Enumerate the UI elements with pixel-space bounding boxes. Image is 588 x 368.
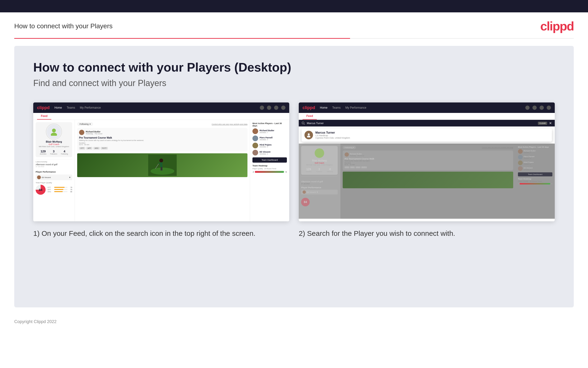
left-panel-1: Blair McHarg Golf Coach Mill Ride Golf C… xyxy=(33,120,75,221)
search-bar: Marcus Turner CLEAR ✕ xyxy=(299,120,555,127)
profile-name: Blair McHarg xyxy=(38,140,70,143)
tag-arg: ARG xyxy=(93,147,100,149)
activity-image xyxy=(77,153,247,177)
player-performance-section: Player Performance Eli Vincent ▼ Total P… xyxy=(36,171,72,195)
search-icon[interactable] xyxy=(260,106,264,110)
golfer-image xyxy=(148,155,177,176)
user-icon[interactable] xyxy=(267,106,271,110)
player-dropdown-avatar xyxy=(37,175,41,179)
tab-feed[interactable]: Feed xyxy=(37,113,51,120)
app-body-1: Blair McHarg Golf Coach Mill Ride Golf C… xyxy=(33,120,289,221)
header: How to connect with your Players clippd xyxy=(0,12,588,38)
active-player-3: Hiral Pujara Activities: 3 xyxy=(253,143,287,148)
user-icon-2[interactable] xyxy=(532,106,537,110)
activity-avatar xyxy=(79,130,84,135)
svg-rect-8 xyxy=(161,167,162,170)
active-player-1: Richard Butler Activities: 7 xyxy=(253,128,287,134)
search-overlay-container: Marcus Turner CLEAR ✕ xyxy=(299,120,555,219)
app-nav-icons xyxy=(260,106,285,110)
nav-teams-2[interactable]: Teams xyxy=(332,106,341,109)
main-title: How to connect with your Players (Deskto… xyxy=(33,60,555,74)
search-result-info: Marcus Turner 1.5 Handicap Cypress Point… xyxy=(315,131,350,139)
tag-app: APP xyxy=(86,147,92,149)
search-result-name: Marcus Turner xyxy=(315,131,350,134)
page-title: How to connect with your Players xyxy=(14,22,113,30)
search-result-avatar xyxy=(304,131,313,139)
active-player-2: Piers Parnell Activities: 4 xyxy=(253,136,287,141)
tab-bar: Feed xyxy=(33,113,289,120)
search-result-item[interactable]: Marcus Turner 1.5 Handicap Cypress Point… xyxy=(304,131,549,139)
following-header: Following ▾ Control who can see your act… xyxy=(77,122,247,126)
player-avatar-3 xyxy=(253,143,258,148)
main-subtitle: Find and connect with your Players xyxy=(33,78,555,88)
profile-card: Blair McHarg Golf Coach Mill Ride Golf C… xyxy=(36,122,72,157)
quality-bars: OTT 79 APP 70 xyxy=(47,187,72,193)
latest-activity: Latest Activity Afternoon round of golf … xyxy=(36,159,72,169)
header-divider xyxy=(14,38,574,39)
top-bar xyxy=(0,0,588,12)
close-button[interactable]: ✕ xyxy=(549,121,552,125)
tab-feed-2[interactable]: Feed xyxy=(303,113,317,120)
profile-role: Golf Coach xyxy=(38,143,70,146)
bar-arg: ARG 64 xyxy=(47,191,72,193)
right-panel-1: Most Active Players - Last 30 days Richa… xyxy=(250,120,289,221)
search-input-value[interactable]: Marcus Turner xyxy=(307,122,536,125)
nav-my-performance[interactable]: My Performance xyxy=(80,106,101,109)
profile-stats: 129 Activities 3 Followers 4 Following xyxy=(38,149,70,155)
search-result-handicap: 1.5 Handicap xyxy=(315,134,350,137)
step-2-description: 2) Search for the Player you wish to con… xyxy=(299,229,555,239)
svg-rect-6 xyxy=(159,163,161,164)
clear-button[interactable]: CLEAR xyxy=(538,122,547,125)
main-content: How to connect with your Players (Deskto… xyxy=(14,46,574,307)
copyright: Copyright Clippd 2022 xyxy=(14,319,57,324)
logo: clippd xyxy=(540,19,574,33)
svg-point-13 xyxy=(307,136,310,138)
screenshot-col-1: clippd Home Teams My Performance Feed xyxy=(33,102,289,239)
nav-home-2[interactable]: Home xyxy=(320,106,327,109)
player-avatar-1 xyxy=(253,128,258,134)
following-button[interactable]: Following ▾ xyxy=(77,122,93,126)
avatar-icon-2[interactable] xyxy=(547,106,551,110)
search-result-club: Cypress Point Club, United Kingdom xyxy=(315,137,350,139)
screenshot-col-2: clippd Home Teams My Performance Feed xyxy=(299,102,555,239)
team-dashboard-button[interactable]: Team Dashboard xyxy=(253,157,287,163)
svg-point-12 xyxy=(308,133,310,135)
control-link[interactable]: Control who can see your activity and da… xyxy=(211,123,247,125)
settings-icon[interactable] xyxy=(274,106,278,110)
profile-club: Mill Ride Golf Club, United Kingdom xyxy=(38,146,70,148)
player-avatar-4 xyxy=(253,150,258,156)
nav-home[interactable]: Home xyxy=(54,106,62,109)
chevron-down-icon: ▾ xyxy=(89,123,91,125)
heatmap-track xyxy=(255,171,284,173)
screenshots-row: clippd Home Teams My Performance Feed xyxy=(33,102,555,239)
tab-bar-2: Feed xyxy=(299,113,555,120)
search-icon-2[interactable] xyxy=(525,106,530,110)
settings-icon-2[interactable] xyxy=(540,106,544,110)
search-result-dropdown: Marcus Turner 1.5 Handicap Cypress Point… xyxy=(302,128,552,142)
app-screenshot-1: clippd Home Teams My Performance Feed xyxy=(33,102,289,221)
bar-app: APP 70 xyxy=(47,189,72,190)
activity-card: Richard Butler Yesterday - The Grove Pre… xyxy=(77,128,247,151)
quality-score: 84 OTT 79 APP xyxy=(36,185,72,195)
app-screenshot-2: clippd Home Teams My Performance Feed xyxy=(299,102,555,221)
svg-line-11 xyxy=(304,124,305,125)
player-dropdown[interactable]: Eli Vincent ▼ xyxy=(36,175,72,180)
step-1-description: 1) On your Feed, click on the search ico… xyxy=(33,229,289,239)
dropdown-chevron: ▼ xyxy=(69,176,71,179)
player-avatar-2 xyxy=(253,136,258,141)
svg-point-4 xyxy=(159,158,163,162)
avatar-icon[interactable] xyxy=(281,106,285,110)
mid-panel-1: Following ▾ Control who can see your act… xyxy=(75,120,250,221)
activity-duration: Duration 02 hr : 00 min xyxy=(79,142,246,146)
nav-teams[interactable]: Teams xyxy=(67,106,75,109)
person-icon xyxy=(306,133,311,138)
dimmed-content: Blair McHarg Golf Coach Mill Ride Golf C… xyxy=(299,144,555,219)
app-nav-1: clippd Home Teams My Performance xyxy=(33,102,289,113)
stat-activities: 129 Activities xyxy=(40,149,46,155)
tag-putt: PUTT xyxy=(101,147,108,149)
activity-tags: OTT APP ARG PUTT xyxy=(79,147,246,149)
nav-my-performance-2[interactable]: My Performance xyxy=(345,106,366,109)
app-logo-2: clippd xyxy=(303,105,315,110)
tag-ott: OTT xyxy=(79,147,85,149)
active-player-4: Eli Vincent Activities: 1 xyxy=(253,150,287,156)
